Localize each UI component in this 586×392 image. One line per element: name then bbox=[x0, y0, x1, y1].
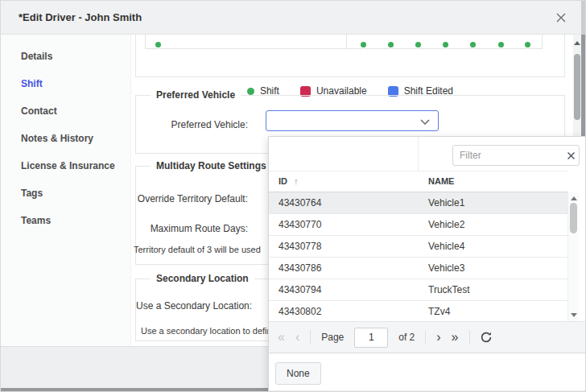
pagination-toolbar: « ‹ Page of 2 › » bbox=[269, 321, 586, 353]
page-total-label: of 2 bbox=[398, 332, 415, 343]
modal-title: *Edit Driver - John Smith bbox=[19, 11, 142, 23]
toolbar-separator bbox=[425, 331, 426, 344]
chevron-down-icon bbox=[420, 119, 430, 125]
modal-scrollbar-thumb[interactable] bbox=[574, 54, 580, 120]
refresh-icon[interactable] bbox=[481, 332, 492, 343]
sidebar-item-notes-history[interactable]: Notes & History bbox=[1, 125, 131, 152]
vehicle-row[interactable]: 43430770 Vehicle2 bbox=[269, 214, 567, 236]
vehicle-row[interactable]: 43430802 TZv4 bbox=[269, 301, 567, 321]
vehicle-row[interactable]: 43430764 Vehicle1 bbox=[269, 192, 567, 214]
none-button[interactable]: None bbox=[275, 362, 321, 385]
dropdown-grid-body: 43430764 Vehicle1 43430770 Vehicle2 4343… bbox=[269, 192, 567, 321]
dropdown-footer: None bbox=[269, 353, 586, 390]
vehicle-dropdown-panel: ID↑ NAME 43430764 Vehicle1 43430770 Vehi… bbox=[268, 136, 586, 392]
shift-dot-icon bbox=[498, 42, 504, 47]
scroll-down-arrow-icon[interactable] bbox=[571, 313, 577, 317]
grid-scrollbar-thumb[interactable] bbox=[570, 203, 577, 233]
toolbar-separator bbox=[469, 331, 470, 344]
page-number-input[interactable] bbox=[354, 328, 388, 348]
shift-dot-icon bbox=[155, 42, 161, 47]
shift-dot-icon bbox=[388, 42, 394, 47]
clear-filter-icon[interactable] bbox=[563, 146, 579, 165]
scroll-up-arrow-icon[interactable] bbox=[574, 41, 580, 45]
filter-input[interactable] bbox=[453, 150, 563, 161]
prev-page-icon[interactable]: ‹ bbox=[295, 331, 299, 344]
column-header-id[interactable]: ID↑ bbox=[279, 176, 299, 186]
sidebar-item-license-insurance[interactable]: License & Insurance bbox=[1, 152, 131, 179]
close-icon[interactable] bbox=[555, 11, 567, 24]
shift-dot-icon bbox=[470, 42, 476, 47]
use-secondary-location-label: Use a Secondary Location: bbox=[136, 300, 248, 312]
grid-scrollbar[interactable] bbox=[567, 192, 579, 321]
shift-dot-icon bbox=[361, 42, 366, 47]
preferred-vehicle-label: Preferred Vehicle: bbox=[136, 119, 248, 130]
vehicle-row[interactable]: 43430794 TruckTest bbox=[269, 279, 567, 301]
sort-asc-icon: ↑ bbox=[294, 176, 299, 186]
sidebar-item-contact[interactable]: Contact bbox=[1, 97, 131, 125]
next-page-icon[interactable]: › bbox=[436, 331, 440, 344]
shift-dot-icon bbox=[415, 42, 421, 47]
section-title: Multiday Route Settings bbox=[151, 160, 272, 171]
dropdown-grid-header: ID↑ NAME bbox=[269, 171, 567, 192]
toolbar-separator bbox=[310, 331, 311, 344]
preferred-vehicle-combobox[interactable] bbox=[266, 110, 439, 131]
vehicle-row[interactable]: 43430778 Vehicle4 bbox=[269, 236, 567, 258]
shift-calendar-row bbox=[145, 35, 543, 49]
shift-calendar-box: Shift Unavailable Shift Edited bbox=[135, 35, 565, 77]
shift-legend-swatch bbox=[247, 88, 254, 95]
page-scrollbar-track bbox=[581, 1, 586, 35]
scroll-up-arrow-icon[interactable] bbox=[571, 196, 577, 200]
sidebar-item-teams[interactable]: Teams bbox=[1, 207, 131, 234]
secondary-location-note: Use a secondary location to define c bbox=[141, 326, 283, 336]
shift-dot-icon bbox=[443, 42, 448, 47]
modal-titlebar: *Edit Driver - John Smith bbox=[1, 1, 586, 35]
edit-driver-modal: *Edit Driver - John Smith Details Shift … bbox=[0, 0, 586, 392]
section-title: Secondary Location bbox=[151, 273, 254, 284]
override-territory-default-label: Override Territory Default: bbox=[136, 193, 248, 204]
territory-default-note: Territory default of 3 will be used bbox=[134, 245, 248, 254]
first-page-icon[interactable]: « bbox=[278, 331, 285, 344]
sidebar-item-shift[interactable]: Shift bbox=[1, 70, 131, 97]
page-scrollbar[interactable] bbox=[581, 1, 586, 136]
maximum-route-days-label: Maximum Route Days: bbox=[136, 223, 248, 234]
page-scrollbar-thumb[interactable] bbox=[581, 35, 586, 136]
filter-field bbox=[452, 145, 580, 166]
page-label: Page bbox=[321, 332, 344, 343]
section-title: Preferred Vehicle bbox=[151, 89, 241, 101]
sidebar-item-details[interactable]: Details bbox=[1, 43, 131, 70]
column-header-name[interactable]: NAME bbox=[428, 176, 454, 186]
sidebar: Details Shift Contact Notes & History Li… bbox=[1, 35, 131, 346]
vehicle-row[interactable]: 43430786 Vehicle3 bbox=[269, 258, 567, 279]
sidebar-item-tags[interactable]: Tags bbox=[1, 179, 131, 207]
last-page-icon[interactable]: » bbox=[452, 331, 459, 344]
shift-dot-icon bbox=[525, 42, 530, 47]
